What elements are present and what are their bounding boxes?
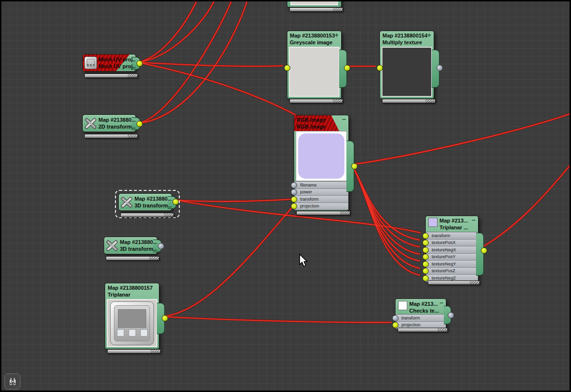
- transform-icon: [84, 117, 97, 130]
- wire[interactable]: [351, 165, 420, 247]
- node-subtitle: Triplanar: [108, 291, 157, 298]
- input-socket[interactable]: [392, 322, 399, 328]
- output-socket[interactable]: [158, 243, 164, 249]
- wire[interactable]: [161, 206, 293, 317]
- node-title: Map #2138800154: [382, 32, 432, 39]
- input-label: projection: [401, 322, 420, 327]
- node-graph-canvas[interactable]: Mesh UV proj... Mesh UV proj... Map #213…: [1, 1, 570, 391]
- input-label: textureNegZ: [432, 276, 456, 280]
- node-header[interactable]: RGB image RGB image −: [294, 115, 348, 131]
- input-label: filename: [300, 183, 317, 187]
- input-row-textureposz[interactable]: texturePosZ: [426, 268, 478, 275]
- node-header[interactable]: Map #213... Triplanar ... −: [426, 216, 478, 232]
- node-footer[interactable]: [84, 74, 138, 78]
- node-subtitle: Multiply texture: [382, 39, 432, 46]
- node-preview: [296, 131, 347, 181]
- wire[interactable]: [351, 165, 420, 268]
- input-socket[interactable]: [291, 189, 297, 195]
- output-socket[interactable]: [481, 247, 487, 254]
- triplanar-preview-icon: [110, 301, 154, 345]
- input-row-textureposx[interactable]: texturePosX: [426, 240, 478, 247]
- collapse-icon[interactable]: −: [342, 115, 346, 123]
- input-row-projection[interactable]: projection: [294, 203, 348, 210]
- pan-zoom-tool-button[interactable]: [4, 373, 20, 390]
- wire[interactable]: [351, 165, 420, 240]
- node-greyscale-image[interactable]: Map #2138800153 Greyscale image +: [287, 31, 342, 99]
- input-socket[interactable]: [422, 247, 429, 253]
- input-row-transform[interactable]: transform: [294, 196, 348, 203]
- input-label: texturePosZ: [432, 268, 456, 273]
- input-socket[interactable]: [291, 182, 297, 188]
- binoculars-icon: [7, 376, 18, 387]
- input-socket[interactable]: [422, 268, 429, 274]
- input-socket[interactable]: [392, 315, 399, 321]
- input-socket[interactable]: [284, 65, 290, 71]
- node-footer[interactable]: [106, 256, 159, 261]
- output-tab: [476, 233, 484, 276]
- node-footer[interactable]: [289, 99, 343, 103]
- node-footer[interactable]: [84, 134, 138, 138]
- output-socket[interactable]: [136, 121, 143, 127]
- node-header[interactable]: Map #2138800153 Greyscale image +: [287, 31, 341, 47]
- node-subtitle: RGB image: [297, 123, 346, 130]
- input-row-filename[interactable]: filename: [294, 182, 348, 189]
- node-footer[interactable]: [428, 280, 480, 285]
- output-socket[interactable]: [351, 163, 358, 169]
- node-footer[interactable]: [398, 328, 448, 332]
- input-socket[interactable]: [422, 275, 429, 281]
- node-footer[interactable]: [120, 213, 174, 217]
- node-3d-transform-selected[interactable]: Map #213880... 3D transform...: [118, 193, 172, 211]
- input-row-transform[interactable]: transform: [426, 232, 478, 240]
- node-multiply-texture[interactable]: Map #2138800154 Multiply texture +: [380, 31, 434, 99]
- node-checks-texture[interactable]: Map #213... Checks te... − transform pro…: [395, 299, 446, 328]
- wire[interactable]: [138, 1, 198, 62]
- output-socket[interactable]: [162, 315, 168, 321]
- node-3d-transform[interactable]: Map #213880... 3D transform...: [104, 237, 157, 254]
- input-socket[interactable]: [422, 240, 429, 246]
- input-socket[interactable]: [291, 203, 297, 209]
- node-footer[interactable]: [289, 7, 343, 12]
- input-socket[interactable]: [422, 233, 429, 239]
- input-socket[interactable]: [422, 261, 429, 267]
- input-rows: transform texturePosX textureNegX textur…: [426, 232, 478, 282]
- input-label: textureNegX: [432, 247, 456, 252]
- node-2d-transform[interactable]: Map #213880... 2D transform...: [82, 114, 136, 132]
- output-socket[interactable]: [136, 60, 143, 67]
- node-footer[interactable]: [382, 99, 436, 103]
- wire[interactable]: [480, 164, 570, 248]
- node-partial-top[interactable]: [287, 1, 342, 7]
- input-row-textureposy[interactable]: texturePosY: [426, 254, 478, 261]
- input-row-transform[interactable]: transform: [396, 315, 446, 322]
- node-footer[interactable]: [296, 211, 350, 215]
- expand-icon[interactable]: +: [335, 31, 339, 39]
- node-footer[interactable]: [107, 349, 161, 354]
- output-socket[interactable]: [344, 65, 350, 71]
- node-header[interactable]: Map #213... Checks te... −: [396, 299, 446, 314]
- expand-icon[interactable]: +: [427, 31, 431, 39]
- node-mesh-uv-projection[interactable]: Mesh UV proj... Mesh UV proj...: [82, 54, 136, 72]
- node-header[interactable]: Map #2138800154 Multiply texture +: [380, 31, 434, 47]
- input-socket[interactable]: [291, 196, 297, 203]
- input-row-texturenegy[interactable]: textureNegY: [426, 261, 478, 268]
- collapse-icon[interactable]: −: [439, 299, 443, 307]
- input-socket[interactable]: [377, 65, 383, 71]
- input-label: textureNegY: [432, 261, 456, 266]
- node-rgb-image[interactable]: RGB image RGB image − filename power tra…: [294, 115, 349, 211]
- wire[interactable]: [351, 113, 570, 165]
- node-preview: [381, 47, 432, 97]
- output-socket[interactable]: [172, 199, 179, 205]
- input-row-texturenegx[interactable]: textureNegX: [426, 246, 478, 254]
- node-triplanar-157[interactable]: Map #2138800157 Triplanar: [105, 283, 159, 349]
- node-subtitle: 2D transform...: [98, 123, 136, 130]
- output-socket[interactable]: [448, 312, 454, 318]
- transform-icon: [120, 196, 133, 208]
- node-header[interactable]: Map #2138800157 Triplanar: [105, 283, 159, 299]
- output-socket[interactable]: [437, 65, 443, 71]
- node-thumbnail: [398, 301, 407, 310]
- collapse-icon[interactable]: −: [472, 216, 476, 224]
- node-triplanar-right[interactable]: Map #213... Triplanar ... − transform te…: [425, 216, 478, 280]
- input-socket[interactable]: [422, 254, 429, 260]
- input-row-power[interactable]: power: [294, 189, 348, 196]
- node-title: Map #213880...: [98, 116, 136, 123]
- input-label: transform: [300, 197, 319, 202]
